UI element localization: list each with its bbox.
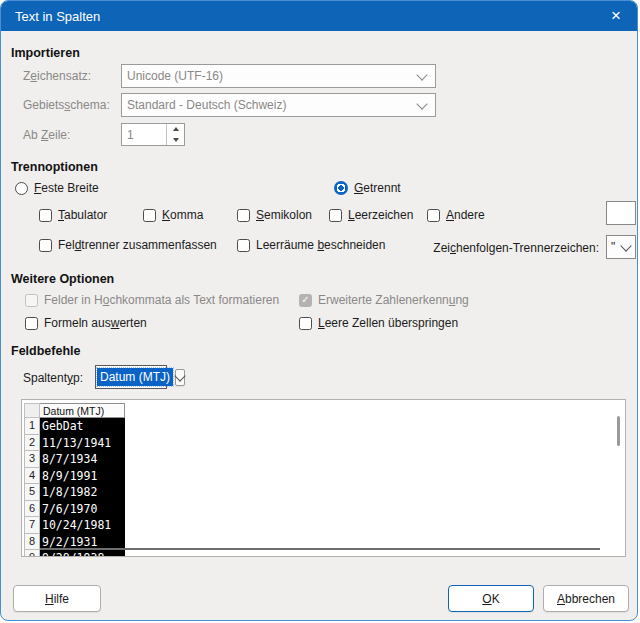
checkbox-trim-spaces[interactable]: Leerräume beschneiden [237,238,385,252]
preview-table: Datum (MTJ) 1GebDat211/13/194138/7/19344… [24,403,125,557]
checkbox-semicolon[interactable]: Semikolon [237,208,312,222]
checkbox-quoted-as-text: Felder in Hochkommata als Text formatier… [25,293,279,307]
other-separator-input[interactable] [606,201,636,225]
radio-separated[interactable]: Getrennt [334,181,401,195]
chevron-down-icon[interactable] [620,240,631,251]
preview-panel: Datum (MTJ) 1GebDat211/13/194138/7/19344… [21,399,626,557]
checkbox-icon[interactable] [39,239,52,252]
column-type-value: Datum (MTJ) [97,368,173,386]
checkbox-icon[interactable] [299,317,312,330]
checkbox-skip-empty[interactable]: Leere Zellen überspringen [299,316,458,330]
charset-value: Unicode (UTF-16) [122,69,414,83]
checkbox-icon[interactable] [39,209,52,222]
row-number: 8 [24,534,40,551]
checkbox-icon[interactable] [143,209,156,222]
checkbox-other-label: Andere [446,208,485,222]
spin-down-icon [167,135,184,146]
radio-separated-label: Getrennt [354,181,401,195]
chevron-down-icon [174,370,185,381]
checkbox-disabled-icon [25,294,38,307]
title-bar[interactable]: Text in Spalten × [1,1,637,31]
checkbox-icon[interactable] [237,209,250,222]
cancel-button[interactable]: Abbrechen [543,585,629,612]
row-value[interactable]: GebDat [40,418,125,435]
checkbox-icon[interactable] [427,209,440,222]
checkbox-checked-disabled-icon: ✓ [299,294,312,307]
row-number: 4 [24,468,40,485]
table-row: 67/6/1970 [24,501,125,518]
row-value[interactable]: 8/7/1934 [40,451,125,468]
row-number: 9 [24,550,40,557]
row-value[interactable]: 7/6/1970 [40,501,125,518]
string-delimiter-label: Zeichenfolgen-Trennerzeichen: [421,241,599,255]
checkbox-comma[interactable]: Komma [143,208,203,222]
radio-fixed-width[interactable]: Feste Breite [15,181,99,195]
chevron-down-icon [416,98,427,109]
table-row: 211/13/1941 [24,435,125,452]
table-row: 48/9/1991 [24,468,125,485]
string-delimiter-combo[interactable]: " [606,235,636,259]
close-icon[interactable]: × [595,1,637,31]
combo-dropdown-button[interactable] [175,369,185,386]
column-type-label: Spaltentyp: [23,371,83,385]
row-value[interactable]: 10/24/1981 [40,517,125,534]
section-heading-import: Importieren [11,46,80,60]
checkbox-trim-spaces-label: Leerräume beschneiden [256,238,385,252]
row-value[interactable]: 9/28/1938 [40,550,125,557]
table-row: 51/8/1982 [24,484,125,501]
section-heading-other-options: Weitere Optionen [11,272,114,286]
spin-up-icon [167,124,184,135]
row-number: 1 [24,418,40,435]
vertical-scrollbar-thumb[interactable] [617,416,620,446]
radio-selected-icon[interactable] [334,181,348,195]
checkbox-icon[interactable] [237,239,250,252]
row-number: 7 [24,517,40,534]
chevron-down-icon [416,69,427,80]
text-to-columns-dialog: Text in Spalten × Importieren Zeichensat… [0,0,638,621]
preview-table-body: 1GebDat211/13/194138/7/193448/9/199151/8… [24,418,125,557]
from-row-label: Ab Zeile: [23,128,70,142]
row-number: 3 [24,451,40,468]
horizontal-scrollbar-thumb[interactable] [40,548,600,550]
ok-button[interactable]: OK [448,585,534,612]
corner-cell [24,403,40,418]
section-heading-separator: Trennoptionen [11,160,98,174]
checkbox-comma-label: Komma [162,208,203,222]
column-header-cell[interactable]: Datum (MTJ) [40,403,125,418]
locale-select: Standard - Deutsch (Schweiz) [121,93,436,117]
checkbox-semicolon-label: Semikolon [256,208,312,222]
radio-fixed-width-label: Feste Breite [34,181,99,195]
checkbox-tab-label: Tabulator [58,208,107,222]
checkbox-other[interactable]: Andere [427,208,485,222]
row-value[interactable]: 8/9/1991 [40,468,125,485]
radio-icon[interactable] [15,182,28,195]
checkbox-space-label: Leerzeichen [348,208,413,222]
checkbox-tab[interactable]: Tabulator [39,208,107,222]
checkbox-detect-numbers: ✓ Erweiterte Zahlenerkennung [299,293,469,307]
row-value[interactable]: 11/13/1941 [40,435,125,452]
checkbox-skip-empty-label: Leere Zellen überspringen [318,316,458,330]
charset-select: Unicode (UTF-16) [121,64,436,88]
row-value[interactable]: 1/8/1982 [40,484,125,501]
row-number: 6 [24,501,40,518]
locale-value: Standard - Deutsch (Schweiz) [122,98,414,112]
checkbox-evaluate-formulas-label: Formeln auswerten [44,316,147,330]
checkbox-space[interactable]: Leerzeichen [329,208,413,222]
preview-header-row: Datum (MTJ) [24,403,125,418]
checkbox-icon[interactable] [25,317,38,330]
checkbox-merge-delimiters[interactable]: Feldtrenner zusammenfassen [39,238,217,252]
row-number: 2 [24,435,40,452]
checkbox-detect-numbers-label: Erweiterte Zahlenerkennung [318,293,469,307]
dialog-title: Text in Spalten [1,9,100,24]
column-type-combo[interactable]: Datum (MTJ) [95,365,167,389]
locale-label: Gebietsschema: [23,98,110,112]
checkbox-icon[interactable] [329,209,342,222]
table-row: 99/28/1938 [24,550,125,557]
charset-label: Zeichensatz: [23,69,91,83]
help-button[interactable]: Hilfe [13,585,101,612]
table-row: 1GebDat [24,418,125,435]
section-heading-fields: Feldbefehle [11,344,80,358]
checkbox-evaluate-formulas[interactable]: Formeln auswerten [25,316,147,330]
checkbox-merge-delimiters-label: Feldtrenner zusammenfassen [58,238,217,252]
row-number: 5 [24,484,40,501]
